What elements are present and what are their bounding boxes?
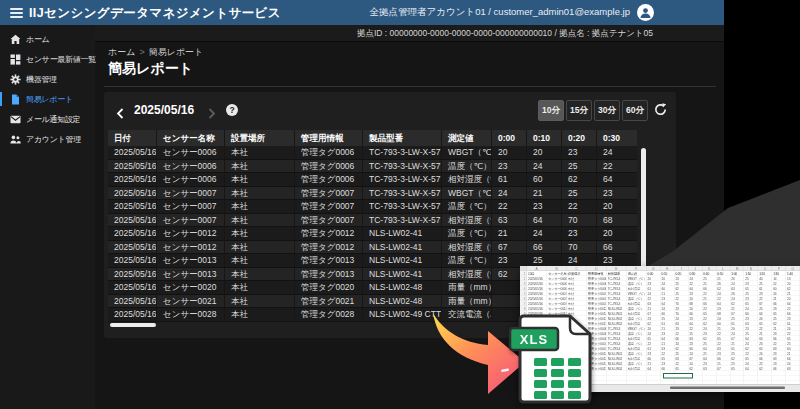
table-cell: 管理タグ0007 bbox=[295, 214, 363, 227]
table-cell: 2025/05/16 bbox=[108, 227, 157, 240]
table-cell: 23 bbox=[492, 160, 527, 173]
table-cell: 温度（℃） bbox=[442, 200, 492, 213]
account-info: 全拠点管理者アカウント01 / customer_admin01@example… bbox=[370, 6, 630, 19]
report-date: 2025/05/16 bbox=[134, 103, 194, 117]
sheet-column-letter: G bbox=[647, 266, 661, 271]
table-cell: 23 bbox=[562, 227, 597, 240]
interval-button-15min[interactable]: 15分 bbox=[566, 100, 592, 121]
sidebar-item-mail-notification[interactable]: メール通知設定 bbox=[0, 109, 95, 129]
table-cell: 70 bbox=[562, 214, 597, 227]
table-cell: 本社 bbox=[225, 227, 295, 240]
previous-day-button[interactable] bbox=[116, 105, 124, 123]
table-cell: 66 bbox=[597, 241, 637, 254]
sheet-column-letter: N bbox=[744, 266, 758, 271]
table-cell: センサー0007 bbox=[157, 214, 225, 227]
user-avatar-icon[interactable] bbox=[637, 4, 654, 21]
top-header-bar: IIJセンシングデータマネジメントサービス 全拠点管理者アカウント01 / cu… bbox=[0, 0, 724, 25]
table-cell: 本社 bbox=[225, 281, 295, 294]
table-cell: 2025/05/16 bbox=[108, 200, 157, 213]
table-cell: 23 bbox=[597, 254, 637, 267]
table-cell: 相対湿度（%… bbox=[442, 241, 492, 254]
sidebar-item-home[interactable]: ホーム bbox=[0, 29, 95, 49]
table-cell: 64 bbox=[527, 214, 562, 227]
table-cell: 管理タグ0007 bbox=[295, 200, 363, 213]
interval-button-60min[interactable]: 60分 bbox=[622, 100, 648, 121]
table-row[interactable]: 2025/05/16センサー0007本社管理タグ0007TC-793-3-LW-… bbox=[108, 214, 637, 228]
sidebar: ホーム センサー最新値一覧 機器管理 簡易レポート メール通知設定 アカ bbox=[0, 25, 95, 409]
sheet-column-letter: D bbox=[587, 266, 607, 271]
breadcrumb-current: 簡易レポート bbox=[149, 47, 204, 57]
table-cell: 本社 bbox=[225, 160, 295, 173]
table-cell: 2025/05/16 bbox=[108, 160, 157, 173]
table-cell: 62 bbox=[562, 173, 597, 186]
table-cell: 20 bbox=[492, 146, 527, 159]
table-cell: 21 bbox=[527, 187, 562, 200]
sheet-column-letter: J bbox=[688, 266, 702, 271]
title-divider bbox=[104, 86, 716, 87]
table-row[interactable]: 2025/05/16センサー0006本社管理タグ0006TC-793-3-LW-… bbox=[108, 146, 637, 160]
table-cell: 23 bbox=[492, 254, 527, 267]
table-cell: 管理タグ0006 bbox=[295, 160, 363, 173]
help-icon[interactable]: ? bbox=[226, 104, 238, 116]
table-cell: 管理タグ0012 bbox=[295, 227, 363, 240]
table-cell: TC-793-3-LW-X-57 bbox=[363, 146, 442, 159]
next-day-button[interactable] bbox=[208, 105, 216, 123]
table-cell: WBGT（℃） bbox=[442, 187, 492, 200]
table-cell: 温度（℃） bbox=[442, 160, 492, 173]
sidebar-item-simple-report[interactable]: 簡易レポート bbox=[0, 89, 95, 109]
breadcrumb-separator: > bbox=[139, 47, 144, 57]
table-cell: 管理タグ0007 bbox=[295, 187, 363, 200]
report-table-header: 日付センサー名称設置場所管理用情報製品型番測定値0:000:100:200:30 bbox=[108, 130, 637, 146]
table-row[interactable]: 2025/05/16センサー0012本社管理タグ0012NLS-LW02-41相… bbox=[108, 241, 637, 255]
table-cell: 25 bbox=[562, 187, 597, 200]
table-row[interactable]: 2025/05/16センサー0006本社管理タグ0006TC-793-3-LW-… bbox=[108, 160, 637, 174]
table-cell: 温度（℃） bbox=[442, 254, 492, 267]
table-cell: センサー0006 bbox=[157, 160, 225, 173]
table-cell: 22 bbox=[492, 200, 527, 213]
table-cell: 管理タグ0012 bbox=[295, 241, 363, 254]
table-row[interactable]: 2025/05/16センサー0012本社管理タグ0012NLS-LW02-41温… bbox=[108, 227, 637, 241]
table-cell: 管理タグ0013 bbox=[295, 254, 363, 267]
column-header: 0:30 bbox=[597, 130, 637, 146]
table-cell: 61 bbox=[492, 173, 527, 186]
table-cell: 本社 bbox=[225, 268, 295, 281]
sheet-column-letter: M bbox=[730, 266, 744, 271]
table-cell: WBGT（℃） bbox=[442, 146, 492, 159]
table-cell: TC-793-3-LW-X-57 bbox=[363, 200, 442, 213]
table-row[interactable]: 2025/05/16センサー0007本社管理タグ0007TC-793-3-LW-… bbox=[108, 187, 637, 201]
refresh-icon[interactable] bbox=[653, 102, 668, 121]
column-header: 測定値 bbox=[442, 130, 492, 146]
site-id-bar: 拠点ID : 00000000-0000-0000-0000-000000000… bbox=[95, 25, 724, 42]
table-cell: 本社 bbox=[225, 187, 295, 200]
interval-button-10min[interactable]: 10分 bbox=[538, 100, 564, 121]
sheet-column-letter: E bbox=[607, 266, 627, 271]
sheet-column-letter: F bbox=[627, 266, 647, 271]
table-cell: 管理タグ0028 bbox=[295, 308, 363, 321]
table-cell: 66 bbox=[527, 241, 562, 254]
table-cell: NLS-LW02-41 bbox=[363, 227, 442, 240]
sidebar-item-account-management[interactable]: アカウント管理 bbox=[0, 129, 95, 149]
column-header: センサー名称 bbox=[157, 130, 225, 146]
table-cell: 温度（℃） bbox=[442, 227, 492, 240]
excel-corner-cell bbox=[520, 266, 527, 271]
hamburger-menu-icon[interactable] bbox=[10, 8, 23, 18]
table-cell: 2025/05/16 bbox=[108, 187, 157, 200]
sidebar-item-sensor-latest-values[interactable]: センサー最新値一覧 bbox=[0, 49, 95, 69]
sheet-column-letter: H bbox=[661, 266, 675, 271]
breadcrumb-home[interactable]: ホーム bbox=[108, 47, 135, 57]
table-row[interactable]: 2025/05/16センサー0007本社管理タグ0007TC-793-3-LW-… bbox=[108, 200, 637, 214]
table-cell: 68 bbox=[597, 214, 637, 227]
table-cell: センサー0013 bbox=[157, 254, 225, 267]
excel-horizontal-scrollbar bbox=[670, 387, 785, 390]
table-cell: 本社 bbox=[225, 295, 295, 308]
table-cell: 70 bbox=[562, 241, 597, 254]
sidebar-item-device-management[interactable]: 機器管理 bbox=[0, 69, 95, 89]
table-cell: 25 bbox=[562, 160, 597, 173]
table-cell: 相対湿度（%… bbox=[442, 268, 492, 281]
table-cell: 23 bbox=[527, 200, 562, 213]
interval-button-30min[interactable]: 30分 bbox=[594, 100, 620, 121]
table-row[interactable]: 2025/05/16センサー0006本社管理タグ0006TC-793-3-LW-… bbox=[108, 173, 637, 187]
horizontal-scrollbar[interactable] bbox=[110, 323, 156, 327]
table-cell: TC-793-3-LW-X-57 bbox=[363, 214, 442, 227]
dashboard-icon bbox=[10, 54, 21, 65]
